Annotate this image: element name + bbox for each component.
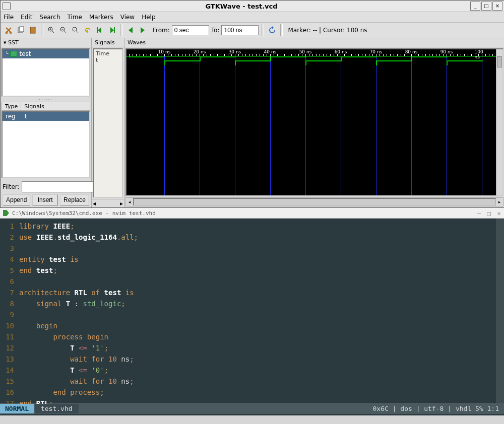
nvim-close-button[interactable]: ×	[497, 209, 501, 217]
window-title: GTKWave - test.vcd	[14, 3, 469, 10]
zoom-out-icon[interactable]	[58, 25, 69, 35]
hscroll-track[interactable]	[133, 198, 496, 205]
close-button[interactable]: ×	[492, 2, 502, 11]
paste-icon[interactable]	[28, 25, 38, 35]
waves-header: Waves	[124, 38, 504, 47]
svg-rect-9	[97, 27, 98, 33]
signal-names-list[interactable]: Time t	[93, 48, 123, 198]
mode-indicator: NORMAL	[0, 404, 34, 413]
signal-row-label[interactable]: t	[96, 57, 120, 63]
menubar: File Edit Search Time Markers View Help	[1, 12, 504, 23]
toolbar-sep3	[262, 24, 264, 36]
svg-rect-3	[20, 27, 24, 32]
to-label: To:	[211, 27, 220, 34]
signal-type: reg	[6, 113, 16, 120]
insert-button[interactable]: Insert	[32, 194, 58, 205]
waves-panel: Waves 10 ns20 ns30 ns40 ns50 ns60 ns70 n…	[124, 38, 504, 207]
gtkwave-window: GTKWave - test.vcd _ □ × File Edit Searc…	[0, 0, 504, 208]
tree-item-test[interactable]: └ test	[3, 49, 89, 58]
from-label: From:	[153, 27, 170, 34]
copy-icon[interactable]	[16, 25, 26, 35]
menu-search[interactable]: Search	[39, 14, 60, 21]
toolbar-sep2	[120, 24, 122, 36]
to-input[interactable]	[221, 25, 259, 35]
zoom-fit-icon[interactable]	[71, 25, 81, 35]
nvim-title-text: C:\Windows\System32\cmd.exe - nvim test.…	[12, 210, 156, 217]
signals-col-header: Signals	[92, 38, 124, 47]
filter-label: Filter:	[3, 183, 20, 190]
menu-time[interactable]: Time	[68, 14, 82, 21]
tree-item-label: test	[19, 50, 31, 57]
maximize-button[interactable]: □	[481, 2, 491, 11]
menu-view[interactable]: View	[120, 14, 135, 21]
zoom-in-icon[interactable]	[46, 25, 56, 35]
hierarchy-tree[interactable]: └ test	[2, 48, 90, 97]
signal-row[interactable]: reg t	[3, 112, 89, 121]
waveform-canvas[interactable]: 10 ns20 ns30 ns40 ns50 ns60 ns70 ns80 ns…	[125, 48, 503, 196]
minimize-button[interactable]: _	[470, 2, 480, 11]
menu-edit[interactable]: Edit	[21, 14, 32, 21]
menu-markers[interactable]: Markers	[89, 14, 113, 21]
time-row-label: Time	[96, 50, 120, 57]
module-icon	[10, 51, 17, 57]
signals-table-header: Type Signals	[2, 102, 90, 111]
svg-rect-5	[31, 27, 34, 28]
hscroll-right-icon[interactable]: ▸	[496, 199, 503, 204]
signal-name: t	[25, 113, 27, 120]
app-icon	[3, 2, 11, 10]
seek-end-icon[interactable]	[107, 25, 117, 35]
waves-hscroll[interactable]: ◂ ▸	[125, 197, 503, 206]
toolbar: From: To: Marker: -- | Cursor: 100 ns	[1, 23, 504, 38]
toolbar-sep	[41, 24, 43, 36]
waves-vscroll[interactable]	[496, 49, 502, 195]
gtk-titlebar[interactable]: GTKWave - test.vcd _ □ ×	[1, 1, 504, 12]
nvim-titlebar[interactable]: C:\Windows\System32\cmd.exe - nvim test.…	[0, 208, 504, 219]
vscroll-thumb[interactable]	[497, 56, 502, 67]
tree-expand-icon[interactable]: └	[6, 51, 8, 56]
signal-names-panel: Signals Time t ◂▸	[92, 38, 124, 207]
zoom-undo-icon[interactable]	[83, 25, 93, 35]
menu-file[interactable]: File	[4, 14, 14, 21]
next-edge-icon[interactable]	[138, 25, 148, 35]
reload-icon[interactable]	[267, 25, 277, 35]
col-signals[interactable]: Signals	[21, 102, 90, 110]
code-area[interactable]: library IEEE; use IEEE.std_logic_1164.al…	[17, 219, 496, 403]
sst-header[interactable]: ▾ SST	[1, 38, 91, 47]
neovim-window: C:\Windows\System32\cmd.exe - nvim test.…	[0, 208, 504, 415]
append-button[interactable]: Append	[3, 194, 30, 205]
nvim-scrollbar[interactable]	[496, 219, 504, 403]
signals-list[interactable]: reg t	[2, 111, 90, 178]
seek-start-icon[interactable]	[95, 25, 105, 35]
prev-edge-icon[interactable]	[125, 25, 136, 35]
col-type[interactable]: Type	[2, 102, 21, 110]
hscroll-left-icon[interactable]: ◂	[126, 199, 133, 204]
statusline-right: 0x6C | dos | utf-8 | vhdl 5% 1:1	[373, 405, 504, 412]
nvim-minimize-button[interactable]: —	[477, 209, 481, 217]
status-text: Marker: -- | Cursor: 100 ns	[288, 27, 367, 34]
from-input[interactable]	[172, 25, 209, 35]
splitter-handle[interactable]: ······	[1, 98, 91, 101]
left-panel: ▾ SST └ test ······ Type Signals reg t	[1, 38, 92, 207]
cut-icon[interactable]	[4, 25, 14, 35]
nvim-maximize-button[interactable]: □	[487, 209, 491, 217]
neovim-icon	[3, 210, 9, 216]
toolbar-sep4	[280, 24, 283, 36]
svg-point-8	[73, 27, 77, 31]
menu-help[interactable]: Help	[142, 14, 155, 21]
nvim-statusline: NORMAL test.vhd 0x6C | dos | utf-8 | vhd…	[0, 403, 504, 414]
signames-hscroll[interactable]: ◂▸	[92, 199, 124, 207]
statusline-filename: test.vhd	[35, 404, 79, 413]
filter-row: Filter:	[1, 179, 91, 194]
line-number-gutter: 1234567891011121314151617	[0, 219, 17, 403]
replace-button[interactable]: Replace	[60, 194, 89, 205]
svg-rect-10	[114, 27, 115, 33]
